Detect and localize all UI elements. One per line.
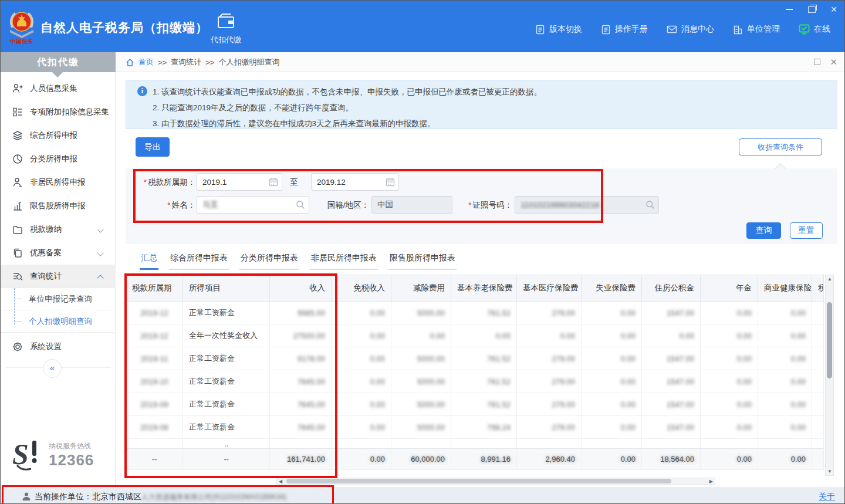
restore-icon: [808, 6, 816, 13]
column-header: 减除费用: [391, 275, 451, 302]
sidebar-item-restricted-stock[interactable]: 限售股所得申报: [1, 194, 116, 218]
notice-line: 3. 由于数据处理的滞后性，建议您在申报成功3天之后再来查询最新的申报数据。: [153, 119, 827, 129]
horizontal-scroll-thumb[interactable]: [286, 479, 671, 483]
nationality-input[interactable]: [371, 196, 452, 214]
required-asterisk: *: [144, 178, 147, 187]
layers-icon: [12, 130, 23, 141]
collapse-query-button[interactable]: 收折查询条件: [739, 138, 822, 155]
notice-line: 1. 该查询统计表仅能查询已申报成功的数据，不包含未申报、申报失败，已申报但已作…: [153, 87, 827, 97]
online-label: 在线: [814, 24, 830, 35]
reset-button[interactable]: 重置: [790, 222, 823, 239]
period-to-field: [311, 173, 399, 191]
to-label: 至: [287, 177, 301, 188]
sidebar-item-preferential-filing[interactable]: 优惠备案: [1, 241, 116, 265]
required-asterisk: *: [468, 201, 471, 209]
name-label: *姓名：: [147, 200, 195, 211]
unit-prefix: 当前操作单位：: [35, 492, 92, 501]
sidebar-item-label: 综合所得申报: [30, 130, 77, 141]
sidebar-item-comprehensive-income[interactable]: 综合所得申报: [1, 124, 116, 147]
sidebar-item-tax-payment[interactable]: 税款缴纳: [1, 218, 116, 241]
tree-guide: [14, 288, 15, 324]
double-chevron-left-icon: «: [50, 363, 55, 373]
menu-manual[interactable]: 操作手册: [601, 24, 648, 35]
hotline-number: 12366: [49, 451, 94, 469]
close-button[interactable]: ✕: [828, 4, 840, 15]
tab-nonresident-income[interactable]: 非居民所得申报表: [310, 253, 378, 270]
search-list-icon: [12, 271, 23, 282]
panel-restore-icon[interactable]: [814, 59, 820, 65]
id-number-input[interactable]: [515, 196, 659, 214]
wallet-icon: [12, 224, 23, 235]
column-header: 税: [812, 275, 824, 302]
vertical-scroll-thumb[interactable]: [827, 302, 832, 378]
search-button[interactable]: 查询: [746, 222, 781, 239]
tab-withholding-module[interactable]: 代扣代缴: [202, 9, 249, 48]
panel-close-icon[interactable]: ✕: [830, 57, 837, 66]
name-input[interactable]: [197, 196, 309, 214]
current-operating-unit: 当前操作单位：北京市西城区人力资源服务有限公司(91110102MA01B8K3…: [35, 492, 286, 502]
sidebar-item-nonresident-income[interactable]: 非居民所得申报: [1, 171, 116, 194]
svg-text:S: S: [12, 438, 29, 471]
about-link[interactable]: 关于: [819, 492, 835, 502]
column-header: 失业保险费: [582, 275, 642, 302]
sidebar-item-special-deduction[interactable]: 专项附加扣除信息采集: [1, 100, 116, 124]
sidebar-item-query-statistics[interactable]: 查询统计: [1, 265, 116, 288]
minimize-button[interactable]: [783, 4, 795, 15]
scroll-right-icon[interactable]: ▶: [709, 479, 713, 484]
period-to-input[interactable]: [311, 173, 399, 191]
table-row: 2019-08正常工资薪金7645.000.005000.00798.24279…: [126, 416, 824, 439]
scroll-up-icon[interactable]: ▲: [827, 276, 832, 282]
breadcrumb-home-link[interactable]: 首页: [138, 57, 154, 67]
header-menu: 版本切换 操作手册 消息中心: [535, 24, 830, 35]
sidebar-collapse-button[interactable]: «: [43, 359, 62, 378]
table-row: 2019-11正常工资薪金9178.000.005000.00761.52279…: [126, 347, 824, 370]
breadcrumb: 首页 >> 查询统计 >> 个人扣缴明细查询: [126, 57, 279, 67]
copy-icon: [12, 248, 23, 258]
tab-comprehensive-income[interactable]: 综合所得申报表: [169, 253, 229, 270]
tab-classified-income[interactable]: 分类所得申报表: [239, 253, 299, 270]
tab-summary[interactable]: 汇总: [140, 253, 158, 270]
wallet-icon: [217, 12, 235, 30]
china-tax-emblem-logo: 中国税务: [6, 8, 37, 45]
restore-button[interactable]: [806, 4, 817, 15]
breadcrumb-level1: 查询统计: [171, 57, 201, 67]
mail-icon: [667, 25, 677, 34]
sidebar-item-label: 限售股所得申报: [30, 201, 86, 211]
sidebar-subitem-label: 个人扣缴明细查询: [29, 316, 92, 327]
sidebar-item-classified-income[interactable]: 分类所得申报: [1, 147, 116, 171]
sidebar-item-personnel-info[interactable]: 人员信息采集: [1, 77, 116, 100]
column-header: 商业健康保险: [758, 275, 812, 302]
menu-version-switch[interactable]: 版本切换: [535, 24, 582, 35]
close-icon: ✕: [830, 5, 837, 14]
vertical-scrollbar[interactable]: ▲ ▼: [825, 275, 834, 476]
period-from-field: [197, 173, 282, 191]
online-status[interactable]: 在线: [799, 24, 830, 35]
period-from-input[interactable]: [197, 173, 282, 191]
separator: [1, 332, 116, 333]
sidebar-item-system-settings[interactable]: 系统设置: [1, 335, 116, 358]
id-number-label: *证照号码：: [461, 200, 512, 211]
menu-label: 单位管理: [747, 24, 780, 35]
result-tabs: 汇总 综合所得申报表 分类所得申报表 非居民所得申报表 限售股所得申报表: [140, 253, 457, 270]
column-header: 基本医疗保险费: [517, 275, 582, 302]
chevron-down-icon: [97, 249, 103, 256]
scroll-left-icon[interactable]: ◀: [279, 479, 282, 484]
table-header-row: 税款所属期所得项目收入免税收入减除费用基本养老保险费基本医疗保险费失业保险费住房…: [126, 275, 824, 302]
sidebar-item-label: 专项附加扣除信息采集: [30, 107, 109, 117]
scroll-down-icon[interactable]: ▼: [827, 469, 832, 474]
svg-text:中国税务: 中国税务: [10, 38, 33, 45]
unit-name-masked: 人力资源服务有限公司(91110102MA01B8K34): [141, 493, 286, 501]
menu-unit-management[interactable]: 单位管理: [733, 24, 780, 35]
horizontal-scrollbar[interactable]: ◀ ▶: [276, 478, 715, 485]
hotline-12366-logo: S: [11, 438, 44, 472]
menu-message-center[interactable]: 消息中心: [667, 24, 714, 35]
column-header: 年金: [701, 275, 758, 302]
bar-chart-icon: [12, 201, 23, 211]
export-button[interactable]: 导出: [136, 137, 170, 157]
tab-restricted-stock[interactable]: 限售股所得申报表: [388, 253, 457, 270]
panel-controls: ✕: [814, 57, 837, 66]
breadcrumb-separator: >>: [158, 58, 167, 67]
sidebar-item-label: 分类所得申报: [30, 154, 77, 164]
document-icon: [601, 25, 611, 35]
breadcrumb-level2: 个人扣缴明细查询: [218, 57, 279, 67]
